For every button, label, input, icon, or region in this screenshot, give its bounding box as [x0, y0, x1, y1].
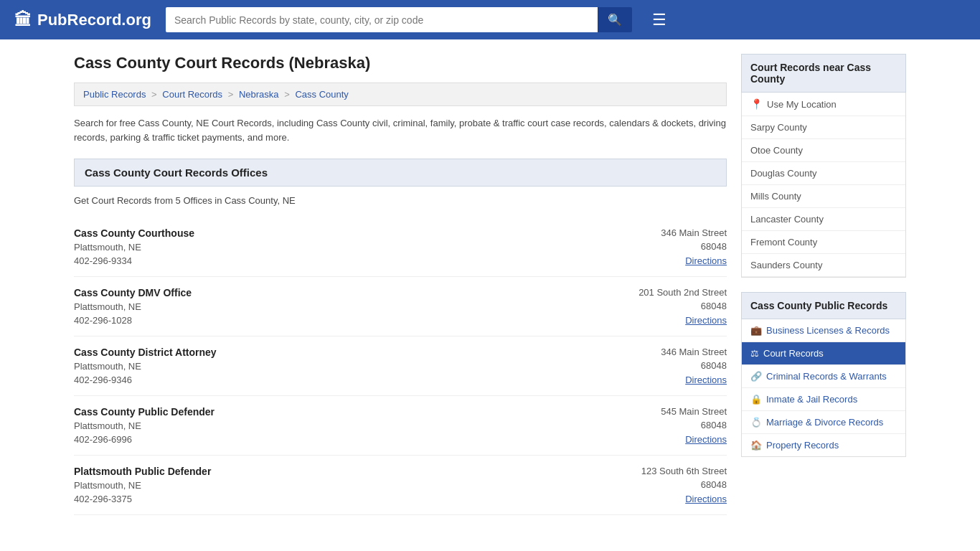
record-icon: 🔒 [750, 394, 762, 405]
public-record-item: 💍 Marriage & Divorce Records [742, 411, 905, 434]
office-name: Cass County Courthouse [74, 227, 194, 239]
page-container: Cass County Court Records (Nebraska) Pub… [60, 39, 920, 529]
office-right: 346 Main Street 68048 Directions [583, 227, 727, 266]
office-address: 346 Main Street [583, 347, 727, 357]
office-city: Plattsmouth, NE [74, 361, 217, 372]
public-record-link[interactable]: 💍 Marriage & Divorce Records [742, 411, 905, 433]
public-record-item: ⚖ Court Records [742, 342, 905, 365]
office-right: 201 South 2nd Street 68048 Directions [583, 287, 727, 326]
page-title: Cass County Court Records (Nebraska) [74, 54, 727, 72]
office-city: Plattsmouth, NE [74, 301, 192, 312]
offices-section-header: Cass County Court Records Offices [74, 159, 727, 187]
office-right: 346 Main Street 68048 Directions [583, 347, 727, 385]
office-left: Cass County Public Defender Plattsmouth,… [74, 406, 215, 445]
record-icon: 💍 [750, 417, 762, 428]
office-address: 123 South 6th Street [583, 466, 727, 476]
office-left: Cass County Courthouse Plattsmouth, NE 4… [74, 227, 194, 266]
nearby-county-link[interactable]: Douglas County [742, 162, 905, 185]
public-records-list: 💼 Business Licenses & Records⚖ Court Rec… [741, 319, 906, 457]
office-name: Cass County Public Defender [74, 406, 215, 418]
directions-link[interactable]: Directions [685, 375, 727, 385]
office-left: Cass County DMV Office Plattsmouth, NE 4… [74, 287, 192, 326]
menu-button[interactable]: ☰ [652, 11, 666, 29]
nearby-county-link[interactable]: Lancaster County [742, 208, 905, 231]
header: 🏛 PubRecord.org 🔍 ☰ [0, 0, 980, 39]
public-record-link[interactable]: 🏠 Property Records [742, 434, 905, 456]
breadcrumb-public-records[interactable]: Public Records [83, 89, 146, 100]
offices-count: Get Court Records from 5 Offices in Cass… [74, 195, 727, 206]
office-left: Plattsmouth Public Defender Plattsmouth,… [74, 466, 211, 504]
breadcrumb-sep2: > [228, 89, 234, 100]
directions-link[interactable]: Directions [685, 315, 727, 326]
nearby-header: Court Records near Cass County [741, 54, 906, 93]
public-record-link[interactable]: ⚖ Court Records [742, 342, 905, 364]
use-location[interactable]: 📍 Use My Location [742, 93, 905, 116]
public-record-link[interactable]: 🔗 Criminal Records & Warrants [742, 365, 905, 387]
office-phone: 402-296-9346 [74, 375, 217, 385]
location-icon: 📍 [750, 98, 763, 110]
breadcrumb: Public Records > Court Records > Nebrask… [74, 83, 727, 106]
office-address: 545 Main Street [583, 406, 727, 417]
office-phone: 402-296-9334 [74, 255, 194, 266]
office-address: 346 Main Street [583, 227, 727, 238]
breadcrumb-court-records[interactable]: Court Records [162, 89, 222, 100]
nearby-county-link[interactable]: Mills County [742, 185, 905, 208]
office-entry: Cass County District Attorney Plattsmout… [74, 336, 727, 396]
offices-list: Cass County Courthouse Plattsmouth, NE 4… [74, 217, 727, 515]
use-location-label: Use My Location [767, 99, 837, 110]
directions-link[interactable]: Directions [685, 494, 727, 504]
public-record-link[interactable]: 🔒 Inmate & Jail Records [742, 388, 905, 410]
breadcrumb-cass-county[interactable]: Cass County [295, 89, 348, 100]
public-record-link[interactable]: 💼 Business Licenses & Records [742, 319, 905, 342]
search-button[interactable]: 🔍 [598, 7, 632, 32]
record-icon: 🔗 [750, 371, 762, 382]
public-record-item: 💼 Business Licenses & Records [742, 319, 905, 342]
breadcrumb-sep3: > [284, 89, 290, 100]
logo-text: PubRecord.org [37, 11, 151, 29]
public-record-item: 🏠 Property Records [742, 434, 905, 456]
public-record-item: 🔒 Inmate & Jail Records [742, 388, 905, 411]
public-records-section: Cass County Public Records 💼 Business Li… [741, 292, 906, 457]
office-address: 201 South 2nd Street [583, 287, 727, 298]
office-name: Cass County DMV Office [74, 287, 192, 298]
office-name: Plattsmouth Public Defender [74, 466, 211, 477]
record-icon: 💼 [750, 325, 762, 336]
nearby-county-link[interactable]: Sarpy County [742, 116, 905, 139]
office-right: 545 Main Street 68048 Directions [583, 406, 727, 445]
office-city: Plattsmouth, NE [74, 420, 215, 431]
office-right: 123 South 6th Street 68048 Directions [583, 466, 727, 504]
logo-icon: 🏛 [14, 10, 32, 30]
office-zip: 68048 [583, 420, 727, 430]
nearby-list: 📍 Use My Location Sarpy CountyOtoe Count… [741, 93, 906, 278]
office-left: Cass County District Attorney Plattsmout… [74, 347, 217, 385]
office-entry: Plattsmouth Public Defender Plattsmouth,… [74, 456, 727, 515]
nearby-county-link[interactable]: Fremont County [742, 231, 905, 254]
breadcrumb-sep1: > [151, 89, 157, 100]
office-city: Plattsmouth, NE [74, 242, 194, 253]
nearby-counties: Sarpy CountyOtoe CountyDouglas CountyMil… [742, 116, 905, 277]
logo[interactable]: 🏛 PubRecord.org [14, 10, 151, 30]
office-zip: 68048 [583, 360, 727, 371]
public-record-item: 🔗 Criminal Records & Warrants [742, 365, 905, 388]
directions-link[interactable]: Directions [685, 434, 727, 445]
search-input[interactable] [166, 7, 598, 32]
directions-link[interactable]: Directions [685, 255, 727, 266]
sidebar: Court Records near Cass County 📍 Use My … [741, 54, 906, 515]
office-phone: 402-296-1028 [74, 315, 192, 326]
office-city: Plattsmouth, NE [74, 480, 211, 491]
office-zip: 68048 [583, 301, 727, 311]
office-phone: 402-296-3375 [74, 494, 211, 504]
nearby-county-link[interactable]: Saunders County [742, 254, 905, 277]
nearby-county-link[interactable]: Otoe County [742, 139, 905, 162]
office-entry: Cass County DMV Office Plattsmouth, NE 4… [74, 277, 727, 336]
record-icon: 🏠 [750, 440, 762, 451]
main-content: Cass County Court Records (Nebraska) Pub… [74, 54, 727, 515]
office-name: Cass County District Attorney [74, 347, 217, 358]
breadcrumb-nebraska[interactable]: Nebraska [239, 89, 279, 100]
record-icon: ⚖ [750, 348, 759, 359]
office-entry: Cass County Courthouse Plattsmouth, NE 4… [74, 217, 727, 277]
office-zip: 68048 [583, 479, 727, 490]
public-records-header: Cass County Public Records [741, 292, 906, 319]
page-description: Search for free Cass County, NE Court Re… [74, 116, 727, 144]
office-phone: 402-296-6996 [74, 434, 215, 445]
